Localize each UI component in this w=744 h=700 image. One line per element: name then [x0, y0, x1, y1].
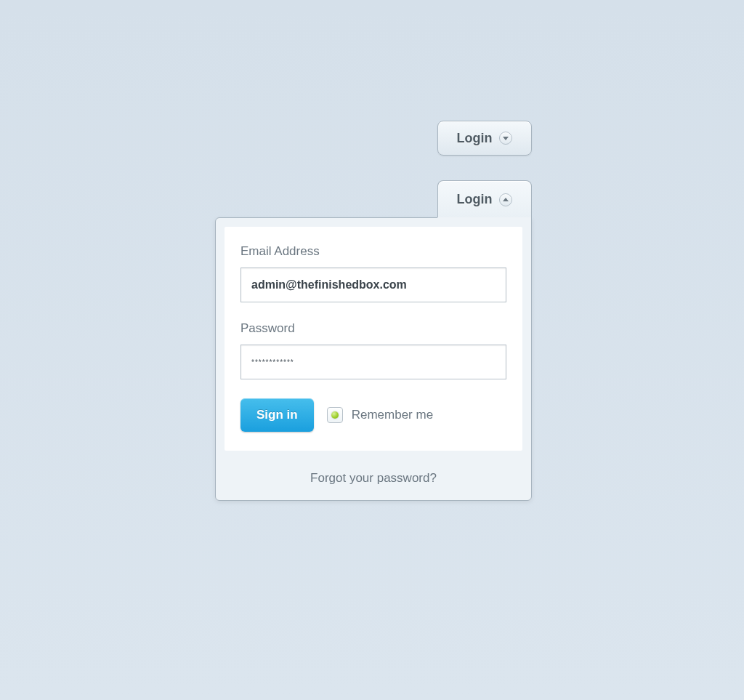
- login-dropdown-collapsed-label: Login: [457, 131, 493, 146]
- password-label: Password: [240, 321, 506, 336]
- forgot-password-link[interactable]: Forgot your password?: [310, 471, 437, 485]
- email-field-group: Email Address: [240, 244, 506, 302]
- password-input[interactable]: [240, 345, 506, 379]
- remember-me-checkbox[interactable]: [327, 407, 343, 423]
- login-dropdown-expanded: Login Email Address Password Sign in: [215, 180, 532, 464]
- remember-me-toggle[interactable]: Remember me: [327, 407, 433, 423]
- login-dropdown-collapsed[interactable]: Login: [437, 121, 532, 156]
- login-form: Email Address Password Sign in Remember …: [225, 227, 522, 451]
- login-panel: Email Address Password Sign in Remember …: [215, 217, 532, 501]
- email-label: Email Address: [240, 244, 506, 259]
- sign-in-button[interactable]: Sign in: [240, 398, 314, 432]
- login-dropdown-tab-label: Login: [457, 192, 493, 207]
- checkbox-checked-icon: [331, 411, 339, 419]
- chevron-down-icon: [499, 132, 512, 145]
- email-input[interactable]: [240, 267, 506, 302]
- remember-me-label: Remember me: [352, 408, 433, 422]
- login-dropdown-tab[interactable]: Login: [437, 180, 532, 218]
- password-field-group: Password: [240, 321, 506, 379]
- form-actions: Sign in Remember me: [240, 398, 506, 432]
- chevron-up-icon: [499, 193, 512, 206]
- login-panel-footer: Forgot your password?: [216, 459, 531, 500]
